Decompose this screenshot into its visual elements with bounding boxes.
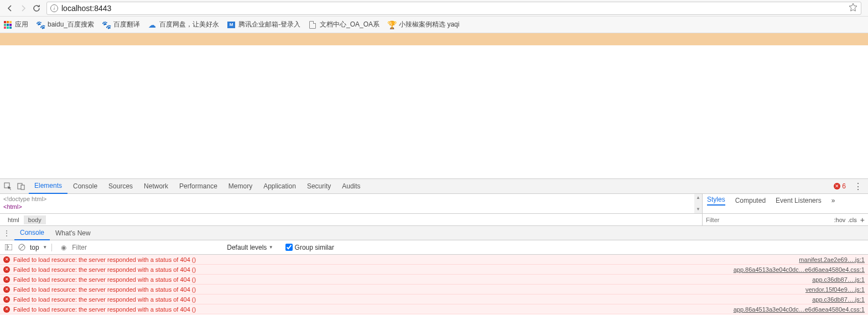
bookmark-doc-center[interactable]: 文档中心_OA_OA系 xyxy=(308,20,380,29)
tab-console[interactable]: Console xyxy=(67,178,103,194)
source-link[interactable]: app.86a4513a3e04c0dc…e6d6aea4580e4.css:1 xyxy=(734,306,865,313)
console-toolbar: top ▼ ◉ Default levels ▼ Group similar xyxy=(0,240,868,255)
cloud-icon: ☁ xyxy=(148,20,157,29)
breadcrumb-body[interactable]: body xyxy=(24,215,46,224)
new-style-rule-icon[interactable]: + xyxy=(860,215,865,224)
group-similar-label: Group similar xyxy=(295,244,334,251)
svg-rect-2 xyxy=(21,185,24,190)
forward-button[interactable] xyxy=(17,2,30,15)
console-sidebar-icon[interactable] xyxy=(3,243,13,252)
console-error-row[interactable]: ✕Failed to load resource: the server res… xyxy=(0,304,868,314)
context-select[interactable]: top ▼ xyxy=(30,244,52,251)
breadcrumb-html[interactable]: html xyxy=(3,215,24,224)
error-icon: ✕ xyxy=(3,306,10,313)
svg-line-6 xyxy=(20,245,24,249)
styles-tab-styles[interactable]: Styles xyxy=(707,196,725,206)
error-icon: ✕ xyxy=(3,266,10,273)
styles-filter-bar: :hov .cls + xyxy=(702,214,868,225)
device-mode-icon[interactable] xyxy=(15,181,27,192)
console-error-row[interactable]: ✕Failed to load resource: the server res… xyxy=(0,285,868,294)
info-icon[interactable]: i xyxy=(50,4,58,12)
drawer-tab-console[interactable]: Console xyxy=(14,226,50,240)
source-link[interactable]: app.c36db87….js:1 xyxy=(812,296,865,303)
bookmark-tencent-mail[interactable]: M腾讯企业邮箱-登录入 xyxy=(227,20,300,29)
tab-network[interactable]: Network xyxy=(138,178,174,194)
page-icon xyxy=(308,20,317,29)
mail-icon: M xyxy=(227,20,236,29)
source-link[interactable]: manifest.2ae2e69….js:1 xyxy=(799,256,865,263)
apps-label: 应用 xyxy=(15,20,28,29)
styles-tab-event-listeners[interactable]: Event Listeners xyxy=(776,197,822,204)
bookmark-pepper-cases[interactable]: 🏆小辣椒案例精选 yaqi xyxy=(387,20,459,29)
elements-doctype: <!doctype html> xyxy=(3,195,699,203)
cls-toggle[interactable]: .cls xyxy=(848,217,857,223)
live-expression-icon[interactable]: ◉ xyxy=(59,243,69,252)
reload-button[interactable] xyxy=(30,2,43,15)
bookmark-star-icon[interactable] xyxy=(849,3,857,13)
source-link[interactable]: vendor.15f04e9….js:1 xyxy=(805,286,865,293)
error-icon: ✕ xyxy=(834,183,840,190)
tab-performance[interactable]: Performance xyxy=(174,178,223,194)
apps-button[interactable]: 应用 xyxy=(3,20,28,29)
bookmarks-bar: 应用 🐾baidu_百度搜索 🐾百度翻译 ☁百度网盘，让美好永 M腾讯企业邮箱-… xyxy=(0,17,868,33)
error-icon: ✕ xyxy=(3,276,10,283)
drawer-tab-whatsnew[interactable]: What's New xyxy=(50,226,96,240)
bookmark-baidu-pan[interactable]: ☁百度网盘，让美好永 xyxy=(148,20,219,29)
bookmark-baidu-translate[interactable]: 🐾百度翻译 xyxy=(102,20,140,29)
elements-panel[interactable]: <!doctype html> <html> ▲▼ xyxy=(0,194,702,213)
drawer-tab-bar: ⋮ Console What's New xyxy=(0,226,868,240)
apps-icon xyxy=(3,20,12,29)
console-error-row[interactable]: ✕Failed to load resource: the server res… xyxy=(0,275,868,285)
console-error-row[interactable]: ✕Failed to load resource: the server res… xyxy=(0,255,868,265)
chevron-down-icon: ▼ xyxy=(43,245,47,250)
source-link[interactable]: app.86a4513a3e04c0dc…e6d6aea4580e4.css:1 xyxy=(734,266,865,273)
tab-audits[interactable]: Audits xyxy=(336,178,366,194)
error-icon: ✕ xyxy=(3,296,10,303)
error-icon: ✕ xyxy=(3,286,10,293)
chevron-down-icon: ▼ xyxy=(269,245,273,250)
devtools-sub-bar: html body :hov .cls + xyxy=(0,214,868,226)
elements-scrollbar[interactable]: ▲▼ xyxy=(694,194,702,213)
styles-panel: Styles Computed Event Listeners » xyxy=(702,194,868,213)
styles-more-icon[interactable]: » xyxy=(831,197,835,204)
url-text: localhost:8443 xyxy=(61,4,111,13)
bookmark-baidu-search[interactable]: 🐾baidu_百度搜索 xyxy=(36,20,94,29)
devtools-main: <!doctype html> <html> ▲▼ Styles Compute… xyxy=(0,194,868,214)
hov-toggle[interactable]: :hov xyxy=(834,217,846,223)
error-badge[interactable]: ✕6 xyxy=(834,182,846,190)
styles-filter-input[interactable] xyxy=(706,217,832,223)
log-levels-select[interactable]: Default levels ▼ xyxy=(227,244,273,251)
group-similar-checkbox[interactable] xyxy=(285,244,293,251)
elements-breadcrumb: html body xyxy=(0,214,702,225)
address-bar[interactable]: i localhost:8443 xyxy=(46,2,861,15)
inspect-icon[interactable] xyxy=(2,181,13,192)
page-content xyxy=(0,45,868,178)
console-error-row[interactable]: ✕Failed to load resource: the server res… xyxy=(0,265,868,275)
page-orange-strip xyxy=(0,33,868,45)
clear-console-icon[interactable] xyxy=(17,243,27,252)
tab-sources[interactable]: Sources xyxy=(103,178,138,194)
console-filter-input[interactable] xyxy=(72,244,227,251)
console-error-row[interactable]: ✕Failed to load resource: the server res… xyxy=(0,294,868,304)
back-button[interactable] xyxy=(3,2,17,15)
tab-application[interactable]: Application xyxy=(258,178,302,194)
tab-memory[interactable]: Memory xyxy=(223,178,258,194)
paw-icon: 🐾 xyxy=(36,20,45,29)
paw-icon: 🐾 xyxy=(102,20,111,29)
trophy-icon: 🏆 xyxy=(387,20,396,29)
tab-security[interactable]: Security xyxy=(302,178,336,194)
styles-tab-computed[interactable]: Computed xyxy=(735,197,766,204)
drawer-menu-icon[interactable]: ⋮ xyxy=(3,229,10,237)
elements-html-tag[interactable]: <html> xyxy=(3,203,699,211)
devtools-menu-icon[interactable]: ⋮ xyxy=(850,181,866,192)
source-link[interactable]: app.c36db87….js:1 xyxy=(812,276,865,283)
devtools-tab-bar: Elements Console Sources Network Perform… xyxy=(0,178,868,194)
tab-elements[interactable]: Elements xyxy=(29,178,67,194)
error-icon: ✕ xyxy=(3,256,10,263)
browser-nav-bar: i localhost:8443 xyxy=(0,0,868,17)
console-messages: ✕Failed to load resource: the server res… xyxy=(0,255,868,314)
